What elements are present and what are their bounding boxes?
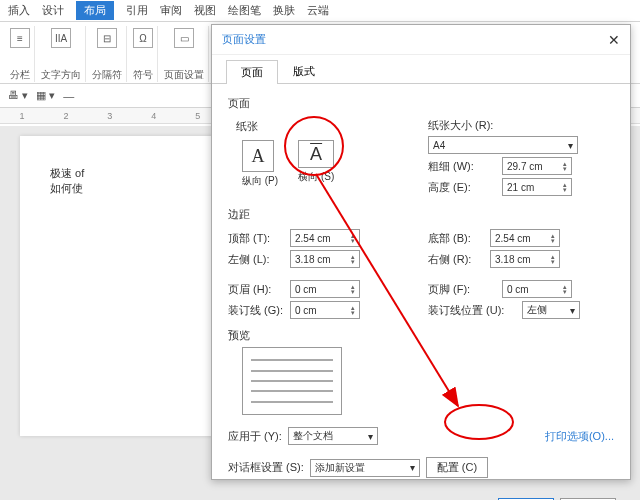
menu-draw[interactable]: 绘图笔 (228, 3, 261, 18)
tab-format[interactable]: 版式 (278, 59, 330, 83)
bottom-input[interactable]: 2.54 cm▴▾ (490, 229, 560, 247)
width-label: 粗细 (W): (428, 159, 496, 174)
page-setup-icon: ▭ (174, 28, 194, 48)
section-page-label: 页面 (228, 96, 614, 111)
configure-button[interactable]: 配置 (C) (426, 457, 488, 478)
ribbon-breaks[interactable]: ⊟分隔符 (88, 26, 127, 82)
left-label: 左侧 (L): (228, 252, 284, 267)
height-input[interactable]: 21 cm▴▾ (502, 178, 572, 196)
right-input[interactable]: 3.18 cm▴▾ (490, 250, 560, 268)
top-label: 顶部 (T): (228, 231, 284, 246)
menu-cloud[interactable]: 云端 (307, 3, 329, 18)
dialog-title: 页面设置 (222, 32, 266, 47)
left-input[interactable]: 3.18 cm▴▾ (290, 250, 360, 268)
orientation-landscape[interactable]: A 横向 (S) (298, 140, 334, 188)
doc-text-2: 如何使 (50, 181, 190, 196)
orientation-portrait[interactable]: A 纵向 (P) (242, 140, 278, 188)
gutter-input[interactable]: 0 cm▴▾ (290, 301, 360, 319)
print-options-link[interactable]: 打印选项(O)... (545, 429, 614, 444)
dash-icon[interactable]: — (63, 90, 74, 102)
close-icon[interactable]: ✕ (608, 32, 620, 48)
tab-page[interactable]: 页面 (226, 60, 278, 84)
ribbon-symbols[interactable]: Ω符号 (129, 26, 158, 82)
gutter-pos-select[interactable]: 左侧▾ (522, 301, 580, 319)
grid-icon[interactable]: ▦ ▾ (36, 89, 55, 102)
menu-design[interactable]: 设计 (42, 3, 64, 18)
gutter-label: 装订线 (G): (228, 303, 284, 318)
apply-select[interactable]: 整个文档▾ (288, 427, 378, 445)
ribbon-columns[interactable]: ≡分栏 (6, 26, 35, 82)
dialog-tabs: 页面 版式 (212, 59, 630, 84)
top-input[interactable]: 2.54 cm▴▾ (290, 229, 360, 247)
print-icon[interactable]: 🖶 ▾ (8, 89, 28, 102)
footer-label: 页脚 (F): (428, 282, 496, 297)
menu-references[interactable]: 引用 (126, 3, 148, 18)
doc-text-1: 极速 of (50, 166, 190, 181)
portrait-icon: A (242, 140, 274, 172)
menu-skin[interactable]: 换肤 (273, 3, 295, 18)
paper-label: 纸张 (236, 119, 414, 134)
columns-icon: ≡ (10, 28, 30, 48)
preview-label: 预览 (228, 328, 614, 343)
menu-insert[interactable]: 插入 (8, 3, 30, 18)
breaks-icon: ⊟ (97, 28, 117, 48)
symbol-icon: Ω (133, 28, 153, 48)
document-page[interactable]: 极速 of 如何使 (20, 136, 220, 436)
margin-section-label: 边距 (228, 207, 614, 222)
menu-review[interactable]: 审阅 (160, 3, 182, 18)
apply-label: 应用于 (Y): (228, 429, 282, 444)
height-label: 高度 (E): (428, 180, 496, 195)
page-setup-dialog: 页面设置 ✕ 页面 版式 页面 纸张 A 纵向 (P) A 横向 (S) (211, 24, 631, 480)
header-label: 页眉 (H): (228, 282, 284, 297)
ribbon-pagesetup[interactable]: ▭页面设置 (160, 26, 209, 82)
gutter-pos-label: 装订线位置 (U): (428, 303, 516, 318)
width-input[interactable]: 29.7 cm▴▾ (502, 157, 572, 175)
preview-box (242, 347, 342, 415)
paper-size-label: 纸张大小 (R): (428, 118, 496, 133)
dialog-settings-select[interactable]: 添加新设置▾ (310, 459, 420, 477)
menu-view[interactable]: 视图 (194, 3, 216, 18)
header-input[interactable]: 0 cm▴▾ (290, 280, 360, 298)
ribbon-textdir[interactable]: IIA文字方向 (37, 26, 86, 82)
menu-layout[interactable]: 布局 (76, 1, 114, 20)
dialog-buttons: 确定 取消 (212, 492, 630, 500)
menu-bar: 插入 设计 布局 引用 审阅 视图 绘图笔 换肤 云端 (0, 0, 640, 22)
text-direction-icon: IIA (51, 28, 71, 48)
bottom-label: 底部 (B): (428, 231, 484, 246)
landscape-icon: A (298, 140, 334, 168)
dialog-settings-label: 对话框设置 (S): (228, 460, 304, 475)
dialog-titlebar: 页面设置 ✕ (212, 25, 630, 55)
footer-input[interactable]: 0 cm▴▾ (502, 280, 572, 298)
right-label: 右侧 (R): (428, 252, 484, 267)
dialog-panel: 页面 纸张 A 纵向 (P) A 横向 (S) 纸张大小 (R): A4▾ (212, 84, 630, 492)
paper-size-select[interactable]: A4▾ (428, 136, 578, 154)
